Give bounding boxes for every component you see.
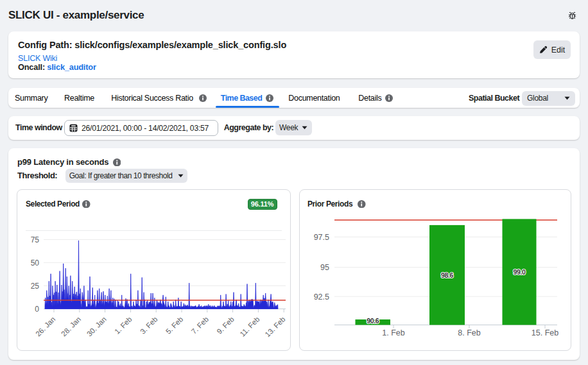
svg-text:11. Feb: 11. Feb	[238, 315, 261, 337]
svg-text:25: 25	[31, 282, 40, 291]
svg-text:97.5: 97.5	[314, 233, 329, 242]
svg-text:30. Jan: 30. Jan	[85, 315, 108, 337]
svg-text:0: 0	[35, 305, 39, 314]
svg-text:75: 75	[31, 235, 40, 244]
svg-text:13. Feb: 13. Feb	[264, 315, 287, 338]
svg-text:1. Feb: 1. Feb	[113, 315, 134, 335]
svg-text:26. Jan: 26. Jan	[34, 315, 56, 337]
svg-text:90.6: 90.6	[367, 317, 379, 325]
svg-text:9. Feb: 9. Feb	[215, 315, 236, 335]
svg-text:15. Feb: 15. Feb	[532, 328, 558, 337]
svg-text:95: 95	[320, 263, 329, 272]
svg-text:99.0: 99.0	[513, 268, 526, 276]
svg-text:98.6: 98.6	[441, 271, 454, 279]
svg-text:92.5: 92.5	[314, 293, 329, 301]
svg-text:8. Feb: 8. Feb	[458, 328, 480, 337]
svg-text:1. Feb: 1. Feb	[382, 328, 404, 337]
svg-text:5. Feb: 5. Feb	[164, 315, 185, 335]
svg-text:7. Feb: 7. Feb	[190, 315, 211, 335]
svg-text:28. Jan: 28. Jan	[60, 315, 82, 337]
svg-text:3. Feb: 3. Feb	[139, 315, 159, 335]
svg-text:50: 50	[31, 259, 40, 267]
